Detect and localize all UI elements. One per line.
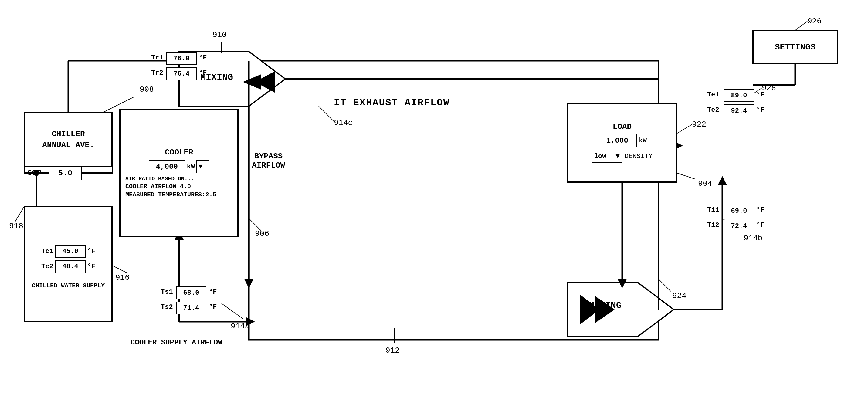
ti2-label: Ti2	[707, 222, 719, 229]
svg-marker-8	[243, 74, 261, 90]
cooler-airflow-label: COOLER AIRFLOW 4.0	[125, 183, 191, 190]
tr2-unit: °F	[199, 69, 207, 77]
density-dropdown-icon: ▼	[616, 153, 620, 160]
svg-line-38	[319, 106, 334, 121]
load-box: LOAD 1,000 kW low ▼ DENSITY	[567, 103, 677, 182]
svg-line-42	[659, 279, 671, 291]
svg-line-43	[795, 21, 807, 30]
tr1-value[interactable]: 76.0	[166, 52, 197, 65]
ref-904: 904	[698, 179, 712, 188]
ti2-value[interactable]: 72.4	[724, 220, 754, 232]
ref-908: 908	[140, 85, 154, 94]
cop-value[interactable]: 5.0	[49, 166, 82, 180]
ti1-value[interactable]: 69.0	[724, 204, 754, 217]
it-exhaust-airflow-label: IT EXHAUST AIRFLOW	[334, 97, 450, 108]
svg-line-41	[677, 124, 692, 133]
svg-rect-0	[249, 61, 659, 340]
measured-temps-label: MEASURED TEMPERATURES:2.5	[125, 191, 216, 198]
ref-914c: 914c	[334, 118, 353, 127]
cooler-label: COOLER	[165, 148, 193, 157]
tr1-label: Tr1	[151, 54, 163, 62]
ref-906: 906	[255, 229, 269, 238]
ti1-unit: °F	[756, 206, 764, 214]
te2-value[interactable]: 92.4	[724, 104, 754, 117]
svg-line-36	[222, 304, 243, 319]
svg-line-46	[249, 219, 261, 231]
cooler-supply-airflow-label: COOLER SUPPLY AIRFLOW	[130, 338, 222, 347]
ts1-label: Ts1	[161, 288, 173, 296]
density-select[interactable]: low ▼	[592, 150, 622, 163]
svg-marker-22	[618, 279, 627, 288]
tc2-value[interactable]: 48.4	[55, 260, 86, 273]
chilled-water-box: Tc1 45.0 °F Tc2 48.4 °F CHILLED WATER SU…	[24, 206, 112, 322]
ref-912: 912	[385, 346, 400, 355]
te1-value[interactable]: 89.0	[724, 89, 754, 102]
svg-line-45	[677, 173, 695, 179]
te2-label: Te2	[707, 106, 719, 114]
settings-box[interactable]: SETTINGS	[753, 30, 838, 64]
tr2-label: Tr2	[151, 69, 163, 77]
tc1-value[interactable]: 45.0	[55, 245, 86, 258]
ts1-value[interactable]: 68.0	[176, 286, 206, 299]
te1-unit: °F	[756, 91, 764, 99]
tc2-unit: °F	[87, 263, 95, 271]
air-ratio-label: AIR RATIO BASED ON...	[125, 176, 194, 182]
density-label: DENSITY	[625, 153, 653, 160]
ref-916: 916	[115, 273, 130, 282]
chilled-water-label: CHILLED WATER SUPPLY	[32, 282, 105, 289]
ts2-label: Ts2	[161, 304, 173, 311]
ref-910: 910	[212, 30, 227, 39]
chiller-label: CHILLER ANNUAL AVE.	[42, 129, 94, 151]
te1-label: Te1	[707, 91, 719, 99]
tr1-unit: °F	[199, 54, 207, 62]
tc1-label: Tc1	[41, 248, 54, 255]
cooler-unit-select[interactable]: ▼	[196, 160, 209, 173]
svg-marker-7	[255, 71, 275, 93]
tr2-value[interactable]: 76.4	[166, 67, 197, 80]
bypass-airflow-label: BYPASS AIRFLOW	[252, 152, 285, 170]
ts1-unit: °F	[209, 288, 217, 296]
ref-922: 922	[692, 120, 706, 129]
ref-926: 926	[807, 17, 822, 26]
cop-label: COP	[27, 168, 41, 178]
ts2-value[interactable]: 71.4	[176, 301, 206, 314]
svg-marker-27	[718, 176, 727, 185]
ref-918: 918	[9, 222, 23, 231]
diagram: 908 910 912 914a 914b 914c 916 918 922 9…	[0, 0, 868, 413]
tc1-unit: °F	[87, 248, 95, 255]
chiller-box: CHILLER ANNUAL AVE.	[24, 112, 112, 167]
svg-line-40	[15, 206, 24, 222]
cooler-box: COOLER 4,000 kW ▼ AIR RATIO BASED ON... …	[120, 109, 238, 237]
te2-unit: °F	[756, 106, 764, 114]
tc2-label: Tc2	[41, 263, 54, 271]
ti2-unit: °F	[756, 222, 764, 229]
ref-924: 924	[672, 291, 686, 300]
load-value[interactable]: 1,000	[597, 134, 637, 147]
ref-914a: 914a	[231, 322, 249, 331]
load-unit: kW	[639, 137, 647, 145]
mixing-bottom-label: MIXING	[589, 300, 622, 311]
density-value: low	[594, 153, 607, 160]
ref-914b: 914b	[744, 234, 763, 243]
load-label: LOAD	[613, 122, 631, 131]
cooler-unit: kW	[187, 163, 195, 170]
cooler-value[interactable]: 4,000	[149, 160, 185, 173]
svg-marker-24	[244, 279, 253, 288]
ts2-unit: °F	[209, 304, 217, 311]
ti1-label: Ti1	[707, 206, 719, 214]
